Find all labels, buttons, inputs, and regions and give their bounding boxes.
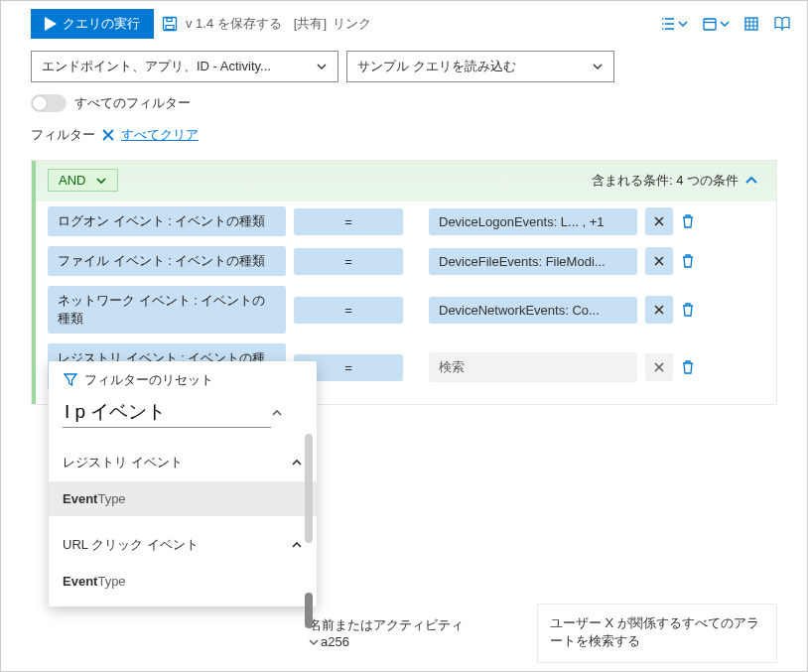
selects-row: エンドポイント、アプリ、ID - Activity... サンプル クエリを読み… bbox=[1, 47, 807, 90]
field-dropdown: フィルターのリセット レジストリ イベント EventType URL クリック… bbox=[49, 361, 317, 606]
version-label[interactable]: v 1.4 を保存する bbox=[186, 15, 282, 33]
delete-row-button[interactable] bbox=[681, 359, 703, 375]
card-text: a256 bbox=[321, 634, 349, 649]
value-pill[interactable]: DeviceFileEvents: FileModi... bbox=[429, 248, 637, 275]
value-pill[interactable]: DeviceNetworkEvents: Co... bbox=[429, 297, 637, 324]
suggestion-card[interactable]: ユーザー X が関係するすべてのアラートを検索する bbox=[537, 604, 777, 663]
collapse-button[interactable] bbox=[739, 174, 764, 188]
item-rest: Type bbox=[97, 491, 125, 506]
item-bold: Event bbox=[63, 574, 97, 589]
card-text: 名前またはアクティビティ bbox=[309, 617, 464, 632]
scrollbar-thumb[interactable] bbox=[305, 434, 313, 543]
chevron-up-icon[interactable] bbox=[271, 407, 291, 419]
section-label: レジストリ イベント bbox=[63, 454, 183, 471]
filter-label: フィルター bbox=[31, 126, 95, 144]
dropdown-section[interactable]: レジストリ イベント bbox=[49, 434, 317, 481]
save-icon[interactable] bbox=[160, 14, 180, 34]
svg-rect-1 bbox=[166, 26, 174, 30]
all-filters-toggle[interactable] bbox=[31, 94, 67, 112]
delete-row-button[interactable] bbox=[681, 253, 703, 269]
chevron-down-icon bbox=[95, 175, 107, 187]
share-label[interactable]: [共有] bbox=[294, 15, 327, 33]
dropdown-section[interactable]: URL クリック イベント bbox=[49, 516, 317, 564]
run-label: クエリの実行 bbox=[63, 15, 140, 33]
svg-rect-2 bbox=[167, 18, 172, 22]
chevron-up-icon bbox=[291, 457, 303, 469]
delete-row-button[interactable] bbox=[681, 213, 703, 229]
dropdown-item[interactable]: EventType bbox=[49, 481, 317, 516]
link-label[interactable]: リンク bbox=[333, 15, 371, 33]
cards-row: ユーザー X が関係するすべてのアラートを検索する bbox=[537, 604, 777, 663]
dropdown-search-input[interactable] bbox=[63, 397, 271, 428]
book-icon[interactable] bbox=[769, 16, 795, 32]
clear-value-button[interactable] bbox=[645, 296, 673, 324]
top-toolbar: クエリの実行 v 1.4 を保存する [共有] リンク bbox=[1, 1, 807, 47]
value-pill[interactable]: DeviceLogonEvents: L... , +1 bbox=[429, 208, 637, 235]
dropdown-search-row bbox=[49, 397, 317, 434]
dropdown-scrollbar[interactable] bbox=[305, 434, 313, 599]
delete-row-button[interactable] bbox=[681, 302, 703, 318]
clear-value-button[interactable] bbox=[645, 353, 673, 381]
field-pill[interactable]: ログオン イベント : イベントの種類 bbox=[48, 206, 286, 236]
filter-clear-row: フィルター すべてクリア bbox=[1, 122, 807, 150]
clear-x-icon[interactable] bbox=[101, 128, 115, 142]
operator-pill[interactable]: = bbox=[294, 297, 403, 324]
card-fragment: 名前またはアクティビティ a256 bbox=[309, 616, 507, 649]
chevron-down-icon bbox=[309, 637, 319, 647]
clear-value-button[interactable] bbox=[645, 207, 673, 235]
scope-select[interactable]: エンドポイント、アプリ、ID - Activity... bbox=[31, 51, 338, 82]
run-query-button[interactable]: クエリの実行 bbox=[31, 9, 154, 39]
funnel-icon bbox=[63, 372, 78, 388]
sample-value: サンプル クエリを読み込む bbox=[357, 58, 516, 75]
dropdown-item[interactable]: EventType bbox=[49, 564, 317, 599]
and-row: AND 含まれる条件: 4 つの条件 bbox=[36, 161, 776, 202]
field-pill[interactable]: ネットワーク イベント : イベントの種類 bbox=[48, 286, 286, 334]
reset-label: フィルターのリセット bbox=[84, 371, 213, 389]
and-operator[interactable]: AND bbox=[48, 169, 118, 192]
calendar-icon[interactable] bbox=[698, 16, 734, 32]
and-label: AND bbox=[59, 173, 85, 188]
item-bold: Event bbox=[63, 491, 97, 506]
svg-rect-4 bbox=[745, 18, 757, 30]
chevron-up-icon bbox=[291, 539, 303, 551]
toggle-row: すべてのフィルター bbox=[1, 90, 807, 122]
clear-value-button[interactable] bbox=[645, 247, 673, 275]
condition-row: ログオン イベント : イベントの種類 = DeviceLogonEvents:… bbox=[36, 202, 776, 241]
sample-select[interactable]: サンプル クエリを読み込む bbox=[346, 51, 614, 82]
play-icon bbox=[45, 17, 57, 31]
list-icon[interactable] bbox=[656, 16, 692, 32]
scrollbar-thumb[interactable] bbox=[305, 593, 313, 628]
scope-value: エンドポイント、アプリ、ID - Activity... bbox=[42, 58, 271, 75]
section-label: URL クリック イベント bbox=[63, 536, 199, 554]
svg-rect-3 bbox=[704, 19, 716, 30]
all-filters-label: すべてのフィルター bbox=[74, 94, 191, 112]
operator-pill[interactable]: = bbox=[294, 208, 403, 235]
reset-filter-button[interactable]: フィルターのリセット bbox=[49, 361, 317, 397]
operator-pill[interactable]: = bbox=[294, 248, 403, 275]
chevron-down-icon bbox=[316, 61, 328, 72]
grid-icon[interactable] bbox=[740, 16, 763, 32]
card-text: ユーザー X が関係するすべてのアラートを検索する bbox=[550, 615, 759, 648]
field-pill[interactable]: ファイル イベント : イベントの種類 bbox=[48, 246, 286, 276]
chevron-down-icon bbox=[592, 61, 604, 72]
dropdown-scroll: レジストリ イベント EventType URL クリック イベント Event… bbox=[49, 434, 317, 599]
item-rest: Type bbox=[97, 574, 125, 589]
condition-row: ネットワーク イベント : イベントの種類 = DeviceNetworkEve… bbox=[36, 281, 776, 338]
condition-count: 含まれる条件: 4 つの条件 bbox=[592, 172, 739, 190]
condition-row: ファイル イベント : イベントの種類 = DeviceFileEvents: … bbox=[36, 241, 776, 281]
value-pill-search[interactable]: 検索 bbox=[429, 352, 637, 382]
clear-all-label[interactable]: すべてクリア bbox=[121, 126, 199, 144]
